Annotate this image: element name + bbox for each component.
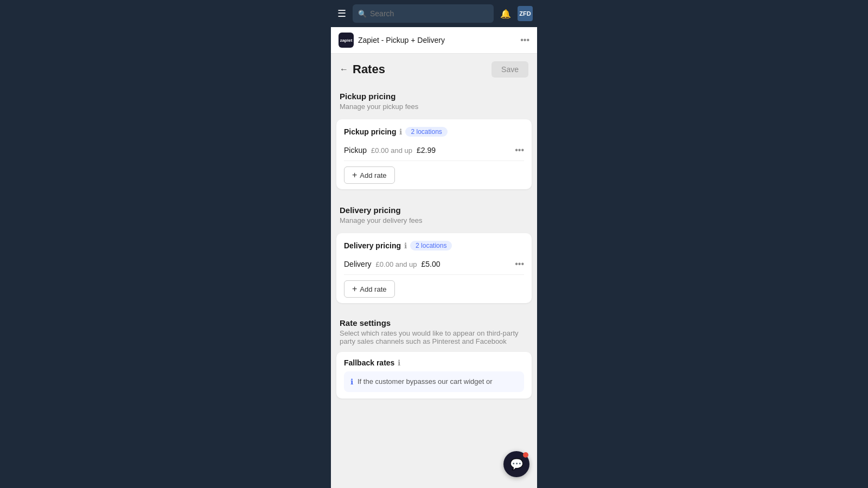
divider-2 (331, 306, 537, 311)
delivery-locations-badge[interactable]: 2 locations (410, 241, 452, 251)
pickup-card-header: Pickup pricing ℹ 2 locations (344, 127, 524, 137)
chat-button[interactable]: 💬 (503, 451, 529, 477)
fallback-info-icon[interactable]: ℹ (398, 358, 400, 367)
chat-badge (523, 452, 528, 458)
delivery-add-rate-button[interactable]: + Add rate (344, 280, 395, 298)
delivery-card-header: Delivery pricing ℹ 2 locations (344, 241, 524, 251)
app-logo-text: zapiet (340, 38, 353, 43)
delivery-add-rate-label: Add rate (360, 285, 386, 293)
pickup-card-title: Pickup pricing (344, 127, 396, 136)
pickup-add-rate-label: Add rate (360, 171, 386, 179)
pickup-rate-row: Pickup £0.00 and up £2.99 ••• (344, 143, 524, 161)
delivery-card-title: Delivery pricing (344, 241, 401, 250)
app-header-left: zapiet Zapiet - Pickup + Delivery (339, 33, 445, 48)
pickup-add-rate-button[interactable]: + Add rate (344, 166, 395, 184)
fallback-header: Fallback rates ℹ (344, 358, 524, 367)
search-icon: 🔍 (358, 10, 367, 18)
pickup-info-icon[interactable]: ℹ (399, 127, 402, 136)
delivery-rate-label: Delivery (344, 260, 372, 268)
pickup-rate-range: £0.00 and up (371, 146, 412, 155)
divider-1 (331, 192, 537, 197)
fallback-rates-card: Fallback rates ℹ ℹ If the customer bypas… (336, 352, 532, 399)
app-header: zapiet Zapiet - Pickup + Delivery ••• (331, 27, 537, 54)
pickup-locations-badge[interactable]: 2 locations (405, 127, 447, 137)
pickup-rate-more-icon[interactable]: ••• (515, 145, 524, 155)
back-button[interactable]: ← (340, 65, 348, 74)
avatar: ZFD (518, 6, 533, 21)
search-bar[interactable]: 🔍 (353, 4, 494, 23)
delivery-rate-info: Delivery £0.00 and up £5.00 (344, 260, 441, 268)
pickup-pricing-card: Pickup pricing ℹ 2 locations Pickup £0.0… (336, 119, 532, 189)
page-header: ← Rates Save (331, 54, 537, 83)
fallback-info-box: ℹ If the customer bypasses our cart widg… (344, 371, 524, 392)
page-title: Rates (353, 62, 385, 76)
pickup-rate-info: Pickup £0.00 and up £2.99 (344, 146, 436, 155)
fallback-title: Fallback rates (344, 358, 394, 367)
delivery-section-title: Delivery pricing (340, 206, 528, 215)
fallback-info-text: If the customer bypasses our cart widget… (358, 377, 493, 387)
delivery-rate-price: £5.00 (421, 260, 440, 268)
app-more-icon[interactable]: ••• (520, 35, 529, 45)
delivery-info-icon[interactable]: ℹ (404, 241, 407, 250)
delivery-rate-more-icon[interactable]: ••• (515, 259, 524, 269)
app-logo: zapiet (339, 33, 354, 48)
rate-settings-title: Rate settings (340, 318, 528, 328)
delivery-pricing-card: Delivery pricing ℹ 2 locations Delivery … (336, 233, 532, 303)
save-button[interactable]: Save (492, 61, 528, 78)
bell-icon[interactable]: 🔔 (498, 7, 513, 21)
app-title: Zapiet - Pickup + Delivery (358, 36, 445, 44)
pickup-section-title: Pickup pricing (340, 92, 528, 101)
chat-icon: 💬 (510, 458, 524, 471)
delivery-section-header: Delivery pricing Manage your delivery fe… (331, 197, 537, 230)
delivery-add-rate-plus-icon: + (352, 284, 357, 294)
pickup-rate-label: Pickup (344, 146, 367, 155)
pickup-add-rate-plus-icon: + (352, 170, 357, 180)
topbar: ☰ 🔍 🔔 ZFD (331, 0, 537, 27)
fallback-box-icon: ℹ (350, 377, 353, 386)
delivery-rate-row: Delivery £0.00 and up £5.00 ••• (344, 257, 524, 275)
delivery-section-subtitle: Manage your delivery fees (340, 216, 528, 224)
pickup-rate-price: £2.99 (417, 146, 436, 155)
pickup-section-header: Pickup pricing Manage your pickup fees (331, 83, 537, 116)
pickup-section-subtitle: Manage your pickup fees (340, 102, 528, 111)
rate-settings-subtitle: Select which rates you would like to app… (340, 329, 528, 345)
rate-settings-header: Rate settings Select which rates you wou… (331, 311, 537, 349)
delivery-rate-range: £0.00 and up (376, 260, 417, 268)
search-input[interactable] (370, 9, 488, 18)
menu-icon[interactable]: ☰ (335, 5, 348, 22)
page-header-left: ← Rates (340, 62, 385, 76)
